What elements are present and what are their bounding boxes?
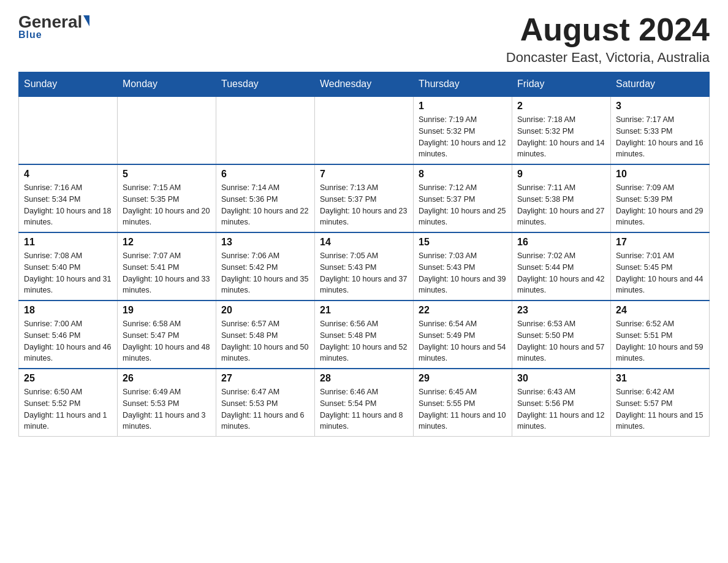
- day-number: 24: [616, 305, 704, 316]
- calendar-cell: 2Sunrise: 7:18 AM Sunset: 5:32 PM Daylig…: [512, 96, 611, 164]
- column-header-monday: Monday: [118, 72, 216, 97]
- calendar-cell: 18Sunrise: 7:00 AM Sunset: 5:46 PM Dayli…: [19, 301, 118, 369]
- day-info: Sunrise: 7:06 AM Sunset: 5:42 PM Dayligh…: [221, 250, 309, 296]
- day-info: Sunrise: 7:19 AM Sunset: 5:32 PM Dayligh…: [419, 114, 507, 160]
- page-header: General Blue August 2024 Doncaster East,…: [18, 12, 710, 66]
- day-number: 2: [517, 101, 605, 112]
- day-number: 15: [419, 237, 507, 248]
- day-number: 27: [221, 373, 309, 384]
- day-number: 29: [419, 373, 507, 384]
- calendar-cell: 19Sunrise: 6:58 AM Sunset: 5:47 PM Dayli…: [118, 301, 216, 369]
- day-info: Sunrise: 7:09 AM Sunset: 5:39 PM Dayligh…: [616, 182, 704, 228]
- calendar-week-row: 18Sunrise: 7:00 AM Sunset: 5:46 PM Dayli…: [19, 301, 710, 369]
- day-info: Sunrise: 7:16 AM Sunset: 5:34 PM Dayligh…: [24, 182, 112, 228]
- calendar-cell: 7Sunrise: 7:13 AM Sunset: 5:37 PM Daylig…: [315, 164, 414, 232]
- day-info: Sunrise: 7:13 AM Sunset: 5:37 PM Dayligh…: [320, 182, 408, 228]
- calendar-cell: [216, 96, 315, 164]
- day-number: 3: [616, 101, 704, 112]
- calendar-cell: 4Sunrise: 7:16 AM Sunset: 5:34 PM Daylig…: [19, 164, 118, 232]
- calendar-week-row: 4Sunrise: 7:16 AM Sunset: 5:34 PM Daylig…: [19, 164, 710, 232]
- day-number: 6: [221, 169, 309, 180]
- day-info: Sunrise: 7:03 AM Sunset: 5:43 PM Dayligh…: [419, 250, 507, 296]
- day-number: 18: [24, 305, 112, 316]
- calendar-cell: 22Sunrise: 6:54 AM Sunset: 5:49 PM Dayli…: [414, 301, 512, 369]
- day-number: 22: [419, 305, 507, 316]
- calendar-cell: 23Sunrise: 6:53 AM Sunset: 5:50 PM Dayli…: [512, 301, 611, 369]
- calendar-week-row: 11Sunrise: 7:08 AM Sunset: 5:40 PM Dayli…: [19, 232, 710, 301]
- day-number: 14: [320, 237, 408, 248]
- calendar-cell: 14Sunrise: 7:05 AM Sunset: 5:43 PM Dayli…: [315, 232, 414, 301]
- column-header-friday: Friday: [512, 72, 611, 97]
- calendar-cell: 31Sunrise: 6:42 AM Sunset: 5:57 PM Dayli…: [611, 369, 710, 437]
- calendar-cell: 10Sunrise: 7:09 AM Sunset: 5:39 PM Dayli…: [611, 164, 710, 232]
- day-number: 1: [419, 101, 507, 112]
- day-number: 9: [517, 169, 605, 180]
- calendar-cell: 16Sunrise: 7:02 AM Sunset: 5:44 PM Dayli…: [512, 232, 611, 301]
- day-number: 31: [616, 373, 704, 384]
- day-number: 25: [24, 373, 112, 384]
- day-info: Sunrise: 7:00 AM Sunset: 5:46 PM Dayligh…: [24, 318, 112, 364]
- logo-blue: Blue: [18, 29, 42, 40]
- day-info: Sunrise: 6:42 AM Sunset: 5:57 PM Dayligh…: [616, 386, 704, 432]
- day-info: Sunrise: 7:05 AM Sunset: 5:43 PM Dayligh…: [320, 250, 408, 296]
- day-info: Sunrise: 6:45 AM Sunset: 5:55 PM Dayligh…: [419, 386, 507, 432]
- calendar-cell: 12Sunrise: 7:07 AM Sunset: 5:41 PM Dayli…: [118, 232, 216, 301]
- location-subtitle: Doncaster East, Victoria, Australia: [506, 50, 710, 66]
- day-info: Sunrise: 6:57 AM Sunset: 5:48 PM Dayligh…: [221, 318, 309, 364]
- day-number: 11: [24, 237, 112, 248]
- calendar-cell: 26Sunrise: 6:49 AM Sunset: 5:53 PM Dayli…: [118, 369, 216, 437]
- day-info: Sunrise: 7:07 AM Sunset: 5:41 PM Dayligh…: [123, 250, 211, 296]
- day-info: Sunrise: 6:46 AM Sunset: 5:54 PM Dayligh…: [320, 386, 408, 432]
- calendar-cell: 13Sunrise: 7:06 AM Sunset: 5:42 PM Dayli…: [216, 232, 315, 301]
- day-info: Sunrise: 7:11 AM Sunset: 5:38 PM Dayligh…: [517, 182, 605, 228]
- day-info: Sunrise: 6:53 AM Sunset: 5:50 PM Dayligh…: [517, 318, 605, 364]
- title-area: August 2024 Doncaster East, Victoria, Au…: [506, 12, 710, 66]
- calendar-cell: 24Sunrise: 6:52 AM Sunset: 5:51 PM Dayli…: [611, 301, 710, 369]
- day-number: 20: [221, 305, 309, 316]
- day-info: Sunrise: 7:14 AM Sunset: 5:36 PM Dayligh…: [221, 182, 309, 228]
- day-info: Sunrise: 7:15 AM Sunset: 5:35 PM Dayligh…: [123, 182, 211, 228]
- calendar-table: SundayMondayTuesdayWednesdayThursdayFrid…: [18, 72, 710, 437]
- day-info: Sunrise: 6:54 AM Sunset: 5:49 PM Dayligh…: [419, 318, 507, 364]
- day-info: Sunrise: 6:49 AM Sunset: 5:53 PM Dayligh…: [123, 386, 211, 432]
- day-info: Sunrise: 6:47 AM Sunset: 5:53 PM Dayligh…: [221, 386, 309, 432]
- day-number: 19: [123, 305, 211, 316]
- day-number: 12: [123, 237, 211, 248]
- column-header-thursday: Thursday: [414, 72, 512, 97]
- calendar-cell: 28Sunrise: 6:46 AM Sunset: 5:54 PM Dayli…: [315, 369, 414, 437]
- day-number: 23: [517, 305, 605, 316]
- day-number: 26: [123, 373, 211, 384]
- day-info: Sunrise: 7:17 AM Sunset: 5:33 PM Dayligh…: [616, 114, 704, 160]
- calendar-cell: [19, 96, 118, 164]
- day-number: 17: [616, 237, 704, 248]
- calendar-cell: 1Sunrise: 7:19 AM Sunset: 5:32 PM Daylig…: [414, 96, 512, 164]
- day-info: Sunrise: 6:58 AM Sunset: 5:47 PM Dayligh…: [123, 318, 211, 364]
- day-info: Sunrise: 6:50 AM Sunset: 5:52 PM Dayligh…: [24, 386, 112, 432]
- calendar-cell: 21Sunrise: 6:56 AM Sunset: 5:48 PM Dayli…: [315, 301, 414, 369]
- calendar-week-row: 1Sunrise: 7:19 AM Sunset: 5:32 PM Daylig…: [19, 96, 710, 164]
- calendar-cell: 20Sunrise: 6:57 AM Sunset: 5:48 PM Dayli…: [216, 301, 315, 369]
- calendar-cell: [118, 96, 216, 164]
- calendar-cell: 30Sunrise: 6:43 AM Sunset: 5:56 PM Dayli…: [512, 369, 611, 437]
- month-year-title: August 2024: [506, 12, 710, 47]
- day-info: Sunrise: 7:01 AM Sunset: 5:45 PM Dayligh…: [616, 250, 704, 296]
- logo-triangle-icon: [83, 15, 89, 26]
- day-number: 21: [320, 305, 408, 316]
- day-number: 13: [221, 237, 309, 248]
- day-info: Sunrise: 6:52 AM Sunset: 5:51 PM Dayligh…: [616, 318, 704, 364]
- calendar-cell: 15Sunrise: 7:03 AM Sunset: 5:43 PM Dayli…: [414, 232, 512, 301]
- calendar-cell: 5Sunrise: 7:15 AM Sunset: 5:35 PM Daylig…: [118, 164, 216, 232]
- day-info: Sunrise: 7:02 AM Sunset: 5:44 PM Dayligh…: [517, 250, 605, 296]
- day-info: Sunrise: 6:56 AM Sunset: 5:48 PM Dayligh…: [320, 318, 408, 364]
- day-number: 8: [419, 169, 507, 180]
- day-info: Sunrise: 7:18 AM Sunset: 5:32 PM Dayligh…: [517, 114, 605, 160]
- day-number: 30: [517, 373, 605, 384]
- calendar-cell: 3Sunrise: 7:17 AM Sunset: 5:33 PM Daylig…: [611, 96, 710, 164]
- day-number: 5: [123, 169, 211, 180]
- calendar-cell: 11Sunrise: 7:08 AM Sunset: 5:40 PM Dayli…: [19, 232, 118, 301]
- calendar-cell: 25Sunrise: 6:50 AM Sunset: 5:52 PM Dayli…: [19, 369, 118, 437]
- calendar-cell: 27Sunrise: 6:47 AM Sunset: 5:53 PM Dayli…: [216, 369, 315, 437]
- day-info: Sunrise: 7:08 AM Sunset: 5:40 PM Dayligh…: [24, 250, 112, 296]
- calendar-week-row: 25Sunrise: 6:50 AM Sunset: 5:52 PM Dayli…: [19, 369, 710, 437]
- calendar-header-row: SundayMondayTuesdayWednesdayThursdayFrid…: [19, 72, 710, 97]
